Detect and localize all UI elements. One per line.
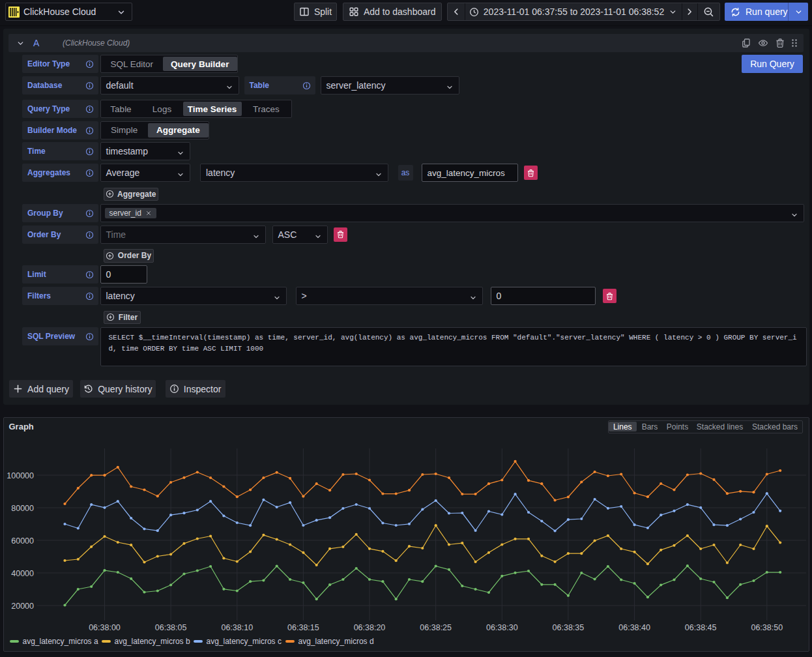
svg-text:100000: 100000: [7, 471, 34, 480]
svg-text:80000: 80000: [11, 504, 34, 513]
svg-text:06:38:15: 06:38:15: [287, 623, 319, 632]
svg-text:20000: 20000: [11, 602, 34, 611]
svg-text:40000: 40000: [11, 569, 34, 578]
svg-text:06:38:20: 06:38:20: [354, 623, 386, 632]
svg-text:06:38:25: 06:38:25: [420, 623, 452, 632]
svg-text:06:38:10: 06:38:10: [221, 623, 253, 632]
svg-text:06:38:30: 06:38:30: [486, 623, 518, 632]
svg-text:06:38:45: 06:38:45: [685, 623, 717, 632]
svg-text:06:38:00: 06:38:00: [89, 623, 121, 632]
svg-text:06:38:35: 06:38:35: [553, 623, 585, 632]
svg-text:06:38:50: 06:38:50: [751, 623, 783, 632]
svg-text:06:38:40: 06:38:40: [618, 623, 650, 632]
svg-text:60000: 60000: [11, 536, 34, 546]
svg-text:06:38:05: 06:38:05: [155, 623, 187, 632]
